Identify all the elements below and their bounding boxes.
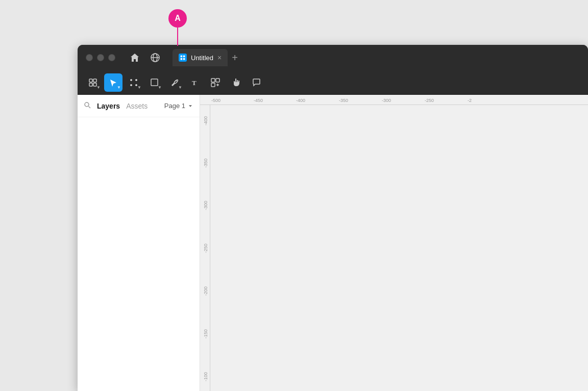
page-selector[interactable]: Page 1 — [164, 102, 193, 110]
component-insert-button[interactable] — [206, 73, 225, 92]
ruler-label-h-350: -350 — [339, 98, 348, 103]
badge-line — [177, 28, 178, 46]
nav-icons — [128, 50, 162, 65]
svg-point-16 — [176, 81, 177, 82]
sidebar-tabs: Layers Assets — [84, 101, 150, 111]
svg-text:T: T — [192, 79, 197, 87]
text-tool-button[interactable]: T — [186, 73, 204, 92]
svg-rect-20 — [211, 83, 215, 87]
svg-rect-3 — [89, 79, 92, 82]
component-tool-button[interactable]: ▼ — [84, 73, 102, 92]
ruler-label-v-100: -100 — [203, 372, 208, 381]
tab-favicon — [179, 54, 187, 62]
ruler-label-h-450: -450 — [254, 98, 263, 103]
new-tab-button[interactable]: + — [232, 53, 238, 63]
close-button[interactable] — [86, 54, 93, 61]
tab-title: Untitled — [191, 54, 213, 62]
browser-window: Untitled × + ▼ ▼ — [78, 45, 588, 391]
shape-tool-chevron: ▼ — [158, 85, 162, 90]
select-tool-chevron: ▼ — [117, 85, 121, 90]
frame-tool-button[interactable]: ▼ — [125, 73, 143, 92]
window-controls — [86, 54, 115, 61]
sidebar: Layers Assets Page 1 — [78, 95, 200, 391]
select-tool-button[interactable]: ▼ — [104, 73, 122, 92]
ruler-label-h-250: -250 — [425, 98, 434, 103]
svg-rect-19 — [216, 79, 219, 82]
tab-close-button[interactable]: × — [217, 54, 222, 61]
horizontal-ruler: -500 -450 -400 -350 -300 -250 -2 — [200, 95, 588, 105]
pen-tool-button[interactable]: ▼ — [165, 73, 184, 92]
svg-line-24 — [89, 107, 91, 109]
ruler-label-h-500: -500 — [211, 98, 220, 103]
ruler-label-v-150: -150 — [203, 329, 208, 338]
shape-tool-button[interactable]: ▼ — [145, 73, 163, 92]
canvas-area[interactable]: -500 -450 -400 -350 -300 -250 -2 -400 -3… — [200, 95, 588, 391]
v-ruler-content: -400 -350 -300 -250 -200 -150 -100 -50 — [200, 105, 210, 391]
ruler-label-v-300: -300 — [203, 201, 208, 210]
minimize-button[interactable] — [97, 54, 104, 61]
svg-point-23 — [85, 102, 89, 107]
assets-tab[interactable]: Assets — [124, 101, 150, 111]
layers-tab[interactable]: Layers — [95, 101, 122, 111]
ruler-label-h-2: -2 — [468, 98, 472, 103]
home-icon[interactable] — [128, 50, 142, 65]
maximize-button[interactable] — [108, 54, 115, 61]
ruler-label-v-350: -350 — [203, 159, 208, 168]
frame-tool-chevron: ▼ — [137, 85, 141, 90]
component-tool-chevron: ▼ — [96, 85, 101, 90]
page-label: Page 1 — [164, 102, 185, 110]
title-bar: Untitled × + — [78, 45, 588, 70]
svg-rect-15 — [151, 79, 158, 86]
ruler-label-h-400: -400 — [296, 98, 305, 103]
active-tab[interactable]: Untitled × — [173, 49, 228, 66]
svg-rect-18 — [211, 79, 215, 82]
sidebar-search-icon[interactable] — [84, 101, 91, 110]
sidebar-header: Layers Assets Page 1 — [78, 95, 200, 117]
content-area: Layers Assets Page 1 -500 -450 -400 — [78, 95, 588, 391]
comment-tool-button[interactable] — [247, 73, 265, 92]
tabs-area: Untitled × + — [173, 49, 580, 66]
vertical-ruler: -400 -350 -300 -250 -200 -150 -100 -50 — [200, 105, 210, 391]
hand-tool-button[interactable] — [227, 73, 245, 92]
h-ruler-content: -500 -450 -400 -350 -300 -250 -2 — [200, 95, 588, 105]
ruler-label-v-400: -400 — [203, 116, 208, 125]
user-avatar[interactable]: A — [168, 9, 187, 28]
ruler-label-h-300: -300 — [382, 98, 391, 103]
globe-icon[interactable] — [148, 50, 162, 65]
svg-rect-5 — [89, 83, 92, 86]
layers-panel — [78, 117, 200, 391]
ruler-label-v-200: -200 — [203, 286, 208, 296]
svg-rect-4 — [93, 79, 96, 82]
toolbar: ▼ ▼ ▼ — [78, 70, 588, 95]
ruler-label-v-250: -250 — [203, 244, 208, 253]
pen-tool-chevron: ▼ — [178, 85, 182, 90]
